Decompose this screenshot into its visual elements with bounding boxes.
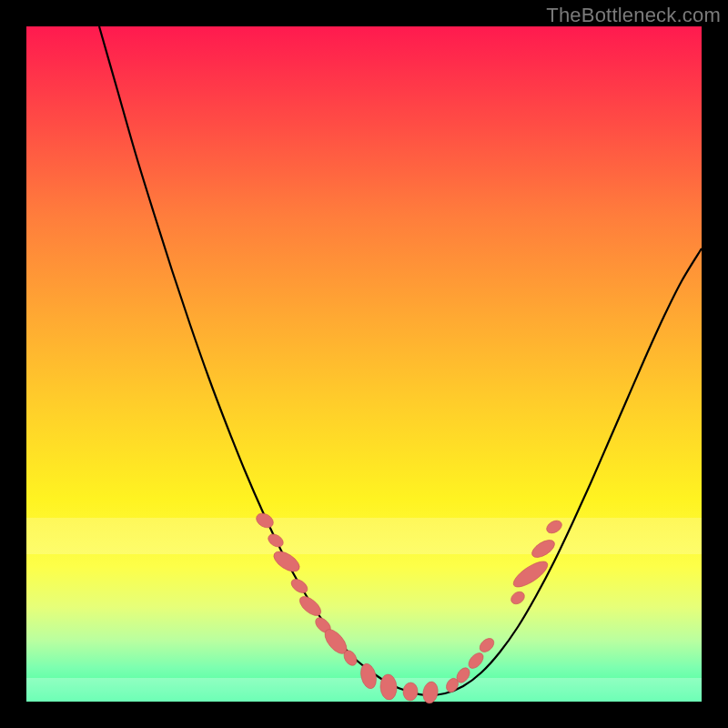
- bead: [466, 651, 486, 672]
- bead: [477, 636, 496, 655]
- bead: [509, 589, 527, 606]
- bead: [544, 518, 564, 535]
- bead: [288, 576, 309, 595]
- chart-svg: [26, 26, 702, 702]
- bead: [529, 537, 557, 561]
- bead: [266, 531, 286, 550]
- bead: [379, 673, 398, 700]
- v-curve: [99, 26, 702, 695]
- bead: [359, 662, 379, 690]
- bead: [421, 681, 440, 704]
- bead: [510, 557, 551, 592]
- chart-frame: [26, 26, 702, 702]
- bead: [402, 682, 418, 701]
- bead-group: [254, 511, 564, 704]
- bead: [254, 511, 276, 531]
- watermark-text: TheBottleneck.com: [546, 4, 721, 27]
- bead: [270, 548, 303, 576]
